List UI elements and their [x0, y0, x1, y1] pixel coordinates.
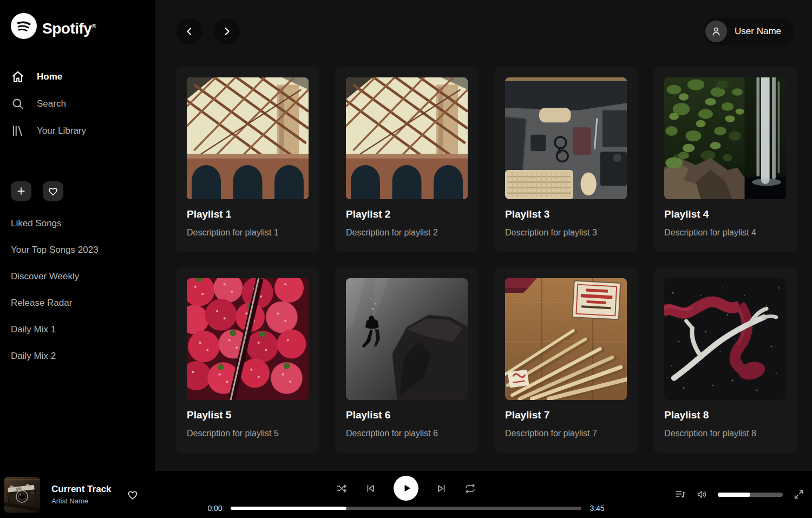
user-name: User Name — [735, 26, 781, 37]
volume-button[interactable] — [696, 489, 708, 500]
player-bar: Current Track Artist Name — [0, 471, 812, 518]
track-artist: Artist Name — [51, 497, 112, 505]
playlist-description: Description for playlist 5 — [187, 428, 309, 439]
nav-icon — [11, 70, 25, 84]
sidebar: Spotify® Home Search Your Library — [0, 0, 155, 471]
player-center: 0:00 3:45 — [206, 475, 606, 513]
player-right — [675, 471, 804, 518]
fullscreen-button[interactable] — [793, 489, 804, 500]
playlist-cover-image — [346, 77, 468, 199]
playlist-cover-image — [187, 278, 309, 400]
like-track-button[interactable] — [127, 489, 139, 501]
nav-icon — [11, 97, 25, 111]
playlist-cover-image — [187, 77, 309, 199]
chevron-left-icon — [184, 26, 195, 37]
forward-button[interactable] — [214, 18, 240, 44]
playback-control-icon — [336, 483, 348, 494]
playlist-cover-image — [505, 278, 627, 400]
playlist-description: Description for playlist 4 — [664, 227, 786, 238]
playlist-cover-image — [505, 77, 627, 199]
back-button[interactable] — [176, 18, 202, 44]
nav-item-label: Search — [37, 99, 66, 109]
sidebar-playlist-item[interactable]: Liked Songs — [11, 210, 145, 237]
playlist-card[interactable]: Playlist 2 Description for playlist 2 — [335, 67, 479, 252]
user-avatar — [705, 21, 727, 42]
playback-controls — [336, 475, 476, 501]
playlist-cover-image — [346, 278, 468, 400]
playlist-description: Description for playlist 8 — [664, 428, 786, 439]
sidebar-nav-item[interactable]: Your Library — [11, 117, 145, 145]
playlist-card[interactable]: Playlist 5 Description for playlist 5 — [176, 267, 319, 453]
playlist-title: Playlist 2 — [346, 208, 468, 221]
playback-control-button[interactable] — [436, 483, 447, 494]
nav-item-label: Home — [37, 71, 62, 82]
playlist-title: Playlist 3 — [505, 208, 627, 221]
liked-songs-button[interactable] — [43, 181, 63, 201]
topbar: User Name — [155, 0, 812, 45]
playlist-grid: Playlist 1 Description for playlist 1 Pl… — [176, 67, 797, 453]
sidebar-nav-item[interactable]: Home — [11, 63, 145, 90]
chevron-right-icon — [221, 26, 232, 37]
now-playing-section: Current Track Artist Name — [4, 471, 139, 518]
spotify-logo-text: Spotify® — [42, 13, 96, 42]
playlist-title: Playlist 5 — [187, 409, 309, 422]
track-title: Current Track — [51, 484, 112, 495]
playlist-title: Playlist 8 — [664, 409, 786, 422]
playlist-description: Description for playlist 3 — [505, 227, 627, 238]
total-time: 3:45 — [588, 504, 606, 513]
sidebar-playlist-item[interactable]: Release Radar — [11, 290, 145, 316]
playlist-title: Playlist 4 — [664, 208, 786, 221]
seek-bar-fill — [231, 507, 346, 510]
create-playlist-button[interactable] — [11, 181, 31, 201]
sidebar-playlist-item[interactable]: Discover Weekly — [11, 263, 145, 290]
playlist-card[interactable]: Playlist 6 Description for playlist 6 — [335, 267, 479, 453]
sidebar-nav: Home Search Your Library — [11, 63, 145, 145]
playlist-cover-image — [664, 278, 786, 400]
queue-button[interactable] — [675, 489, 686, 500]
elapsed-time: 0:00 — [206, 504, 224, 513]
playlist-cover-image — [664, 77, 786, 199]
app-root: Spotify® Home Search Your Library — [0, 0, 812, 518]
volume-slider-fill — [718, 493, 750, 497]
playlist-card[interactable]: Playlist 1 Description for playlist 1 — [176, 67, 319, 252]
progress-row: 0:00 3:45 — [206, 504, 606, 513]
playback-control-icon — [400, 481, 414, 495]
heart-icon — [127, 489, 139, 501]
expand-icon — [793, 489, 804, 500]
playback-control-icon — [436, 483, 447, 494]
playback-control-icon — [464, 483, 476, 494]
track-info: Current Track Artist Name — [51, 484, 112, 505]
user-menu-button[interactable]: User Name — [703, 18, 794, 45]
playlist-card[interactable]: Playlist 4 Description for playlist 4 — [653, 67, 797, 252]
playback-control-icon — [365, 483, 376, 494]
user-icon — [710, 25, 722, 37]
sidebar-nav-item[interactable]: Search — [11, 90, 145, 117]
main-content: User Name Playlist 1 Description for pla… — [155, 0, 812, 471]
playlist-card[interactable]: Playlist 8 Description for playlist 8 — [653, 267, 797, 453]
volume-icon — [696, 489, 708, 500]
playback-control-button[interactable] — [394, 476, 418, 501]
playlist-description: Description for playlist 1 — [187, 227, 309, 238]
sidebar-playlist-item[interactable]: Your Top Songs 2023 — [11, 237, 145, 263]
volume-slider[interactable] — [718, 493, 783, 497]
sidebar-playlist-list: Liked Songs Your Top Songs 2023 Discover… — [11, 210, 145, 369]
playback-control-button[interactable] — [365, 483, 376, 494]
spotify-logo[interactable]: Spotify® — [11, 13, 145, 42]
playlist-card[interactable]: Playlist 7 Description for playlist 7 — [494, 267, 638, 453]
playlist-description: Description for playlist 6 — [346, 428, 468, 439]
album-art — [4, 477, 40, 513]
playback-control-button[interactable] — [464, 483, 476, 494]
playlist-title: Playlist 1 — [187, 208, 309, 221]
sidebar-playlist-item[interactable]: Daily Mix 1 — [11, 316, 145, 343]
playlist-description: Description for playlist 7 — [505, 428, 627, 439]
nav-icon — [11, 124, 25, 138]
sidebar-playlist-item[interactable]: Daily Mix 2 — [11, 343, 145, 369]
seek-bar[interactable] — [231, 507, 581, 510]
playlist-card[interactable]: Playlist 3 Description for playlist 3 — [494, 67, 638, 252]
spotify-logo-icon — [11, 13, 37, 39]
playlist-title: Playlist 6 — [346, 409, 468, 422]
playback-control-button[interactable] — [336, 483, 348, 494]
trademark-symbol: ® — [91, 23, 96, 29]
heart-icon — [48, 186, 58, 196]
nav-item-label: Your Library — [37, 126, 86, 136]
